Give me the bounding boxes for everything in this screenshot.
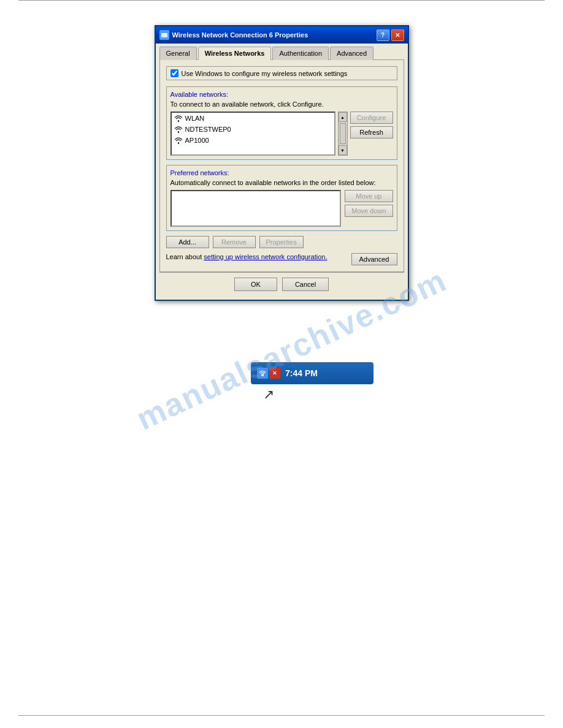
taskbar-snippet: ✕ 7:44 PM (251, 362, 373, 384)
available-networks-area: Available networks: To connect to an ava… (166, 86, 397, 160)
preferred-networks-area: Preferred networks: Automatically connec… (166, 165, 397, 231)
taskbar-indent: ✕ 7:44 PM ↗ (251, 325, 373, 403)
tabs-bar: General Wireless Networks Authentication… (156, 44, 408, 59)
dialog-footer: OK Cancel (159, 272, 404, 296)
use-windows-checkbox[interactable] (170, 69, 178, 77)
tray-icon-error: ✕ (269, 368, 280, 379)
learn-link[interactable]: setting up wireless network configuratio… (204, 253, 327, 260)
available-networks-label: Available networks: (170, 91, 393, 98)
bottom-action-row: Add... Remove Properties (166, 236, 397, 248)
dialog-title-left: Wireless Network Connection 6 Properties (159, 30, 308, 40)
dialog-title-buttons: ? ✕ (377, 29, 404, 41)
learn-about-text: Learn about (166, 253, 202, 260)
tray-icon-network (257, 368, 268, 379)
svg-rect-3 (178, 142, 179, 144)
tab-authentication[interactable]: Authentication (272, 47, 329, 60)
wireless-properties-dialog: Wireless Network Connection 6 Properties… (155, 25, 409, 301)
ok-button[interactable]: OK (234, 278, 277, 291)
scroll-up-button[interactable]: ▲ (339, 112, 347, 122)
taskbar-section: ✕ 7:44 PM ↗ (190, 301, 373, 403)
wifi-icon-wlan (174, 114, 183, 123)
tray-icons: ✕ (257, 368, 280, 379)
dialog-title-text: Wireless Network Connection 6 Properties (172, 31, 308, 39)
dialog-body: Use Windows to configure my wireless net… (159, 59, 404, 272)
use-windows-checkbox-row: Use Windows to configure my wireless net… (166, 66, 397, 80)
available-networks-desc: To connect to an available network, clic… (170, 100, 393, 108)
preferred-networks-desc: Automatically connect to available netwo… (170, 179, 393, 186)
preferred-content: Move up Move down (170, 190, 393, 227)
tab-advanced[interactable]: Advanced (330, 47, 373, 60)
svg-rect-1 (178, 120, 179, 122)
arrow-indicator: ↗ (263, 387, 373, 403)
svg-rect-2 (178, 131, 179, 133)
help-button[interactable]: ? (377, 29, 389, 41)
preferred-list[interactable] (170, 190, 342, 227)
wifi-icon-ap1000 (174, 136, 183, 145)
network-list-scrollbar[interactable]: ▲ ▼ (338, 112, 348, 156)
dialog-titlebar: Wireless Network Connection 6 Properties… (156, 26, 408, 44)
cancel-button[interactable]: Cancel (282, 278, 329, 291)
use-windows-label: Use Windows to configure my wireless net… (182, 70, 348, 77)
refresh-button[interactable]: Refresh (350, 126, 393, 138)
advanced-button[interactable]: Advanced (351, 253, 397, 265)
network-item-ap1000[interactable]: AP1000 (172, 135, 334, 146)
taskbar-time: 7:44 PM (285, 368, 318, 378)
network-name-wlan: WLAN (185, 115, 205, 122)
preferred-buttons: Move up Move down (345, 190, 393, 227)
network-name-ap1000: AP1000 (185, 137, 209, 144)
tab-general[interactable]: General (159, 47, 197, 60)
network-item-wlan[interactable]: WLAN (172, 113, 334, 124)
move-down-button[interactable]: Move down (345, 205, 393, 217)
network-action-buttons: Configure Refresh (350, 112, 393, 156)
preferred-networks-label: Preferred networks: (170, 169, 393, 176)
page-bottom-line (18, 715, 545, 716)
network-list[interactable]: WLAN NDTESTWEP0 (170, 112, 335, 156)
network-item-ndtest[interactable]: NDTESTWEP0 (172, 124, 334, 135)
learn-row: Learn about setting up wireless network … (166, 253, 397, 265)
dialog-title-icon (159, 30, 169, 40)
move-up-button[interactable]: Move up (345, 190, 393, 202)
wifi-icon-ndtest (174, 125, 183, 134)
network-list-container: WLAN NDTESTWEP0 (170, 112, 393, 156)
scroll-down-button[interactable]: ▼ (339, 145, 347, 155)
scroll-thumb[interactable] (340, 123, 346, 144)
learn-text-area: Learn about setting up wireless network … (166, 253, 351, 260)
network-name-ndtest: NDTESTWEP0 (185, 126, 231, 133)
configure-button[interactable]: Configure (350, 112, 393, 124)
tab-wireless-networks[interactable]: Wireless Networks (198, 47, 272, 60)
properties-button[interactable]: Properties (259, 236, 304, 248)
add-button[interactable]: Add... (166, 236, 209, 248)
remove-button[interactable]: Remove (213, 236, 256, 248)
close-button[interactable]: ✕ (391, 29, 404, 41)
svg-rect-4 (261, 374, 264, 376)
